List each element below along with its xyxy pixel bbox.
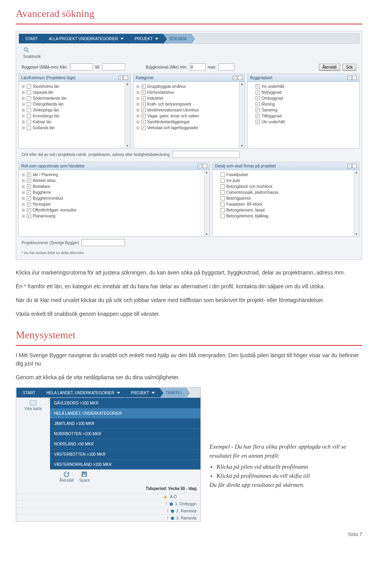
tree-item[interactable]: Tillbyggnad xyxy=(250,113,357,119)
checkbox[interactable] xyxy=(256,102,260,106)
checkbox[interactable] xyxy=(27,96,31,100)
expand-icon[interactable]: ⊞ xyxy=(21,102,25,106)
clear-all-checkbox[interactable] xyxy=(124,76,128,80)
dropdown-item[interactable]: JÄMTLAND >100 MKR xyxy=(50,418,200,428)
quick-search-button[interactable]: Snabbsök xyxy=(19,44,359,62)
chevron-down-icon[interactable] xyxy=(120,38,124,40)
tree-item[interactable]: Fasadsten, BF-block xyxy=(215,201,357,207)
checkbox[interactable] xyxy=(256,108,260,112)
expand-icon[interactable]: ⊞ xyxy=(21,208,25,212)
expand-icon[interactable]: ⊞ xyxy=(136,114,140,118)
select-all-checkbox[interactable] xyxy=(233,76,237,80)
reset-button[interactable]: Återställ xyxy=(319,64,340,70)
nav-hela-landet[interactable]: HELA LANDET, UNDERKATEGORIER xyxy=(40,388,125,397)
expand-icon[interactable]: ⊞ xyxy=(21,196,25,200)
nav-all-projects[interactable]: ALLA PROJEKT UNDERKATEGORIER xyxy=(43,34,128,43)
checkbox[interactable] xyxy=(256,120,260,124)
checkbox[interactable] xyxy=(256,96,260,100)
checkbox[interactable] xyxy=(27,126,31,130)
tree-item[interactable]: ⊞Samfärdselanläggningar xyxy=(136,119,243,125)
nav-start[interactable]: START xyxy=(17,388,40,397)
clear-all-checkbox[interactable] xyxy=(352,164,357,168)
checkbox[interactable] xyxy=(220,184,225,189)
checkbox[interactable] xyxy=(141,108,146,112)
nav-projekt[interactable]: PROJEKT xyxy=(125,388,159,397)
nav-projekt[interactable]: PROJEKT xyxy=(128,34,163,43)
expand-icon[interactable]: ⊞ xyxy=(136,96,140,100)
tree-item[interactable]: Cementmosaik, plattor/massa xyxy=(215,189,357,195)
checkbox[interactable] xyxy=(27,84,31,89)
checkbox[interactable] xyxy=(141,120,146,124)
expand-icon[interactable]: ⊞ xyxy=(21,184,25,189)
byggstart-till-input[interactable] xyxy=(102,63,125,70)
expand-icon[interactable]: ⊞ xyxy=(21,178,25,183)
expand-icon[interactable]: ⊞ xyxy=(21,126,25,130)
scrollbar[interactable] xyxy=(354,170,359,236)
expand-icon[interactable]: ⊞ xyxy=(21,120,25,124)
expand-icon[interactable]: ⊞ xyxy=(136,90,140,95)
checkbox[interactable] xyxy=(27,184,31,189)
byggkost-max-input[interactable] xyxy=(219,63,234,70)
tree-item[interactable]: ⊞Kraft- och belysningsverk xyxy=(136,101,243,107)
checkbox[interactable] xyxy=(256,84,260,89)
clear-all-checkbox[interactable] xyxy=(238,76,242,80)
visa-karta-button[interactable]: Visa karta xyxy=(19,400,48,411)
expand-icon[interactable]: ⊞ xyxy=(21,108,25,112)
nav-traffli[interactable]: TRÄFFLI xyxy=(159,388,187,397)
tree-item[interactable]: ⊞Kronobergs län xyxy=(21,113,128,119)
tree-item[interactable]: ⊞Idrott/rekreationsanl.Utomhus xyxy=(136,107,243,113)
checkbox[interactable] xyxy=(27,173,31,177)
chevron-down-icon[interactable] xyxy=(117,392,120,394)
tree-item[interactable]: ⊞Vägar, gator, broar och vatten xyxy=(136,113,243,119)
checkbox[interactable] xyxy=(220,178,225,183)
expand-icon[interactable]: ⊞ xyxy=(21,190,25,195)
result-row[interactable]: !2. Ramavta xyxy=(16,507,200,514)
dropdown-item[interactable]: VÄSTERBOTTEN >100 MKR xyxy=(50,449,200,459)
tree-item[interactable]: Fasadputser xyxy=(215,172,357,178)
expand-icon[interactable]: ⊞ xyxy=(21,114,25,118)
tree-item[interactable]: ⊞Kalmar län xyxy=(21,119,128,125)
tree-item[interactable]: ⊞Södermanlands län xyxy=(21,95,128,101)
select-all-checkbox[interactable] xyxy=(347,164,352,168)
scrollbar[interactable] xyxy=(125,82,130,148)
tree-item[interactable]: ⊞Offertförfrågan -konsulter xyxy=(21,207,207,213)
tree-item[interactable]: Betongblock och murblock xyxy=(215,184,357,189)
checkbox[interactable] xyxy=(27,90,31,95)
expand-icon[interactable]: ⊞ xyxy=(21,202,25,206)
expand-icon[interactable]: ⊞ xyxy=(136,102,140,106)
checkbox[interactable] xyxy=(256,114,260,118)
select-all-checkbox[interactable] xyxy=(198,164,202,168)
tree-item[interactable]: Sanering xyxy=(250,107,357,113)
checkbox[interactable] xyxy=(256,90,260,95)
tree-item[interactable]: Betongelement, bjälklag xyxy=(215,213,357,219)
checkbox[interactable] xyxy=(141,126,146,130)
dropdown-item[interactable]: NORRBOTTEN >100 MKR xyxy=(50,428,200,439)
checkbox[interactable] xyxy=(27,108,31,112)
tree-item[interactable]: ⊞Gruppbyggda småhus xyxy=(136,83,243,89)
select-all-checkbox[interactable] xyxy=(347,76,352,80)
tree-item[interactable]: ⊞Beställare xyxy=(21,184,207,189)
checkbox[interactable] xyxy=(27,214,31,218)
expand-icon[interactable]: ⊞ xyxy=(21,90,25,95)
checkbox[interactable] xyxy=(220,208,225,212)
checkbox[interactable] xyxy=(220,214,225,218)
checkbox[interactable] xyxy=(220,202,225,206)
dropdown-item[interactable]: NORRLAND >50 MKR xyxy=(50,439,200,449)
tree-item[interactable]: Ombyggnad xyxy=(250,95,357,101)
sort-ao-label[interactable]: A-Ö xyxy=(170,495,177,499)
scrollbar[interactable] xyxy=(204,170,209,236)
tree-item[interactable]: Inv underhåll xyxy=(250,83,357,89)
checkbox[interactable] xyxy=(27,190,31,195)
tree-item[interactable]: Rivning xyxy=(250,101,357,107)
tree-item[interactable]: ⊞Idé / Planering xyxy=(21,172,207,178)
tree-item[interactable]: Inv puts xyxy=(215,178,357,184)
tree-item[interactable]: ⊞Östergötlands län xyxy=(21,101,128,107)
tree-item[interactable]: ⊞Flerbostadshus xyxy=(136,89,243,95)
search-button[interactable]: Sök xyxy=(343,64,356,70)
dropdown-item[interactable]: HELA LANDET, UNDERKATEGORIER xyxy=(50,408,200,418)
byggkost-min-input[interactable] xyxy=(190,63,206,70)
scrollbar[interactable] xyxy=(239,82,245,148)
tree-item[interactable]: ⊞Byggherreombud xyxy=(21,195,207,201)
chevron-down-icon[interactable] xyxy=(152,392,155,394)
expand-icon[interactable]: ⊞ xyxy=(136,120,140,124)
